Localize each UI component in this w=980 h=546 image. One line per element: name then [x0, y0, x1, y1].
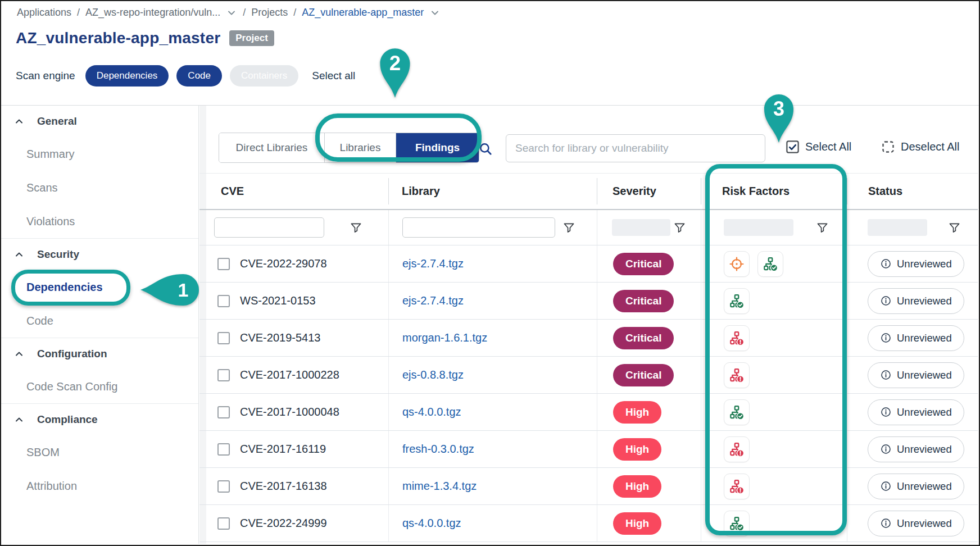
- row-checkbox[interactable]: [217, 480, 230, 493]
- risk-factors-filter-disabled: [724, 219, 793, 236]
- library-link[interactable]: qs-4.0.0.tgz: [402, 517, 461, 530]
- risk-factor-target-icon: [724, 251, 750, 277]
- cve-filter-input[interactable]: [214, 217, 324, 238]
- sidebar-section-configuration: Configuration Code Scan Config: [1, 338, 198, 403]
- status-button[interactable]: Unreviewed: [868, 511, 964, 536]
- callout-2-pin: 2: [375, 44, 415, 99]
- view-toggle: Direct LibrariesLibrariesFindings: [219, 133, 479, 163]
- info-icon: [880, 443, 892, 455]
- sidebar-section-header[interactable]: Compliance: [1, 404, 198, 435]
- risk-factor-dependency-tree-alert-icon: [724, 436, 750, 462]
- row-checkbox[interactable]: [217, 332, 230, 344]
- chevron-down-icon[interactable]: [226, 7, 237, 19]
- risk-factor-dependency-tree-check-icon: [724, 511, 750, 536]
- library-filter-input[interactable]: [402, 217, 555, 238]
- breadcrumb-project-selector[interactable]: AZ_vulnerable-app_master: [302, 7, 424, 19]
- library-filter-funnel-icon[interactable]: [562, 221, 575, 234]
- app-window: Applications / AZ_ws-repo-integration/vu…: [0, 0, 980, 546]
- table-row: WS-2021-0153 ejs-2.7.4.tgz Critical Unre…: [199, 283, 978, 320]
- table-filter-row: [199, 209, 978, 245]
- status-button[interactable]: Unreviewed: [868, 474, 964, 499]
- chevron-down-icon[interactable]: [429, 7, 441, 19]
- sidebar-item-summary[interactable]: Summary: [1, 137, 198, 171]
- library-link[interactable]: qs-4.0.0.tgz: [402, 406, 461, 418]
- column-header-cve[interactable]: CVE: [199, 174, 388, 209]
- risk-factor-dependency-tree-check-icon: [757, 251, 783, 277]
- table-body: CVE-2022-29078 ejs-2.7.4.tgz Critical Un…: [199, 245, 978, 544]
- sidebar-item-scans[interactable]: Scans: [1, 171, 198, 204]
- severity-badge: High: [613, 475, 661, 498]
- info-icon: [880, 369, 892, 381]
- library-link[interactable]: ejs-0.8.8.tgz: [402, 368, 464, 381]
- library-link[interactable]: fresh-0.3.0.tgz: [402, 443, 474, 456]
- tab-direct-libraries[interactable]: Direct Libraries: [219, 133, 324, 162]
- status-button[interactable]: Unreviewed: [868, 399, 964, 425]
- breadcrumb-projects[interactable]: Projects: [251, 7, 288, 19]
- cve-id: CVE-2022-29078: [240, 257, 327, 270]
- sidebar-section-header[interactable]: General: [1, 106, 198, 137]
- table-row: CVE-2019-5413 morgan-1.6.1.tgz Critical …: [199, 320, 978, 357]
- sidebar-item-violations[interactable]: Violations: [1, 204, 198, 238]
- risk-factor-dependency-tree-check-icon: [724, 399, 750, 425]
- breadcrumb-applications[interactable]: Applications: [17, 7, 71, 19]
- breadcrumb-separator: /: [243, 7, 246, 19]
- status-filter-disabled: [868, 219, 927, 236]
- severity-filter-funnel-icon[interactable]: [673, 221, 686, 234]
- column-header-status[interactable]: Status: [847, 174, 978, 209]
- table-header: CVE Library Severity Risk Factors Status: [199, 173, 978, 209]
- sidebar-section-header[interactable]: Security: [1, 239, 198, 270]
- engines-select-all-link[interactable]: Select all: [312, 70, 355, 82]
- sidebar-section-general: General SummaryScansViolations: [1, 106, 198, 238]
- info-icon: [880, 517, 892, 529]
- status-button[interactable]: Unreviewed: [868, 251, 964, 277]
- select-all-button[interactable]: Select All: [785, 139, 851, 154]
- engine-dependencies-pill[interactable]: Dependencies: [85, 65, 169, 87]
- status-button[interactable]: Unreviewed: [868, 325, 964, 351]
- row-checkbox[interactable]: [217, 443, 230, 456]
- row-checkbox[interactable]: [217, 369, 230, 381]
- sidebar-item-dependencies[interactable]: Dependencies: [1, 270, 198, 304]
- cve-filter-funnel-icon[interactable]: [350, 221, 362, 234]
- search-input[interactable]: [506, 134, 765, 162]
- chevron-up-icon: [13, 249, 25, 260]
- cve-id: CVE-2017-16119: [240, 443, 326, 456]
- sidebar-section-header[interactable]: Configuration: [1, 338, 198, 370]
- column-header-severity[interactable]: Severity: [597, 174, 701, 209]
- cve-id: CVE-2017-1000228: [240, 368, 339, 381]
- tab-findings[interactable]: Findings: [396, 133, 479, 162]
- status-button[interactable]: Unreviewed: [868, 362, 964, 388]
- column-header-risk-factors[interactable]: Risk Factors: [701, 174, 847, 209]
- sidebar-item-code-scan-config[interactable]: Code Scan Config: [1, 370, 198, 403]
- cve-id: CVE-2017-16138: [240, 480, 327, 493]
- library-link[interactable]: mime-1.3.4.tgz: [402, 480, 477, 493]
- sidebar-section-compliance: Compliance SBOMAttribution: [1, 403, 198, 503]
- main-content: Direct LibrariesLibrariesFindings Select…: [199, 106, 978, 544]
- sidebar-item-code[interactable]: Code: [1, 304, 198, 338]
- column-header-library[interactable]: Library: [388, 174, 597, 209]
- status-filter-funnel-icon[interactable]: [948, 221, 961, 234]
- row-checkbox[interactable]: [217, 295, 230, 307]
- status-button[interactable]: Unreviewed: [868, 288, 964, 314]
- risk-factor-dependency-tree-alert-icon: [724, 474, 750, 499]
- sidebar-item-attribution[interactable]: Attribution: [1, 469, 198, 503]
- severity-filter-disabled: [612, 219, 670, 236]
- row-checkbox[interactable]: [217, 258, 230, 270]
- library-link[interactable]: ejs-2.7.4.tgz: [402, 294, 464, 307]
- status-button[interactable]: Unreviewed: [868, 436, 964, 462]
- library-link[interactable]: ejs-2.7.4.tgz: [402, 257, 464, 270]
- cve-id: CVE-2017-1000048: [240, 406, 339, 418]
- library-link[interactable]: morgan-1.6.1.tgz: [402, 331, 487, 344]
- risk-factors-filter-funnel-icon[interactable]: [816, 221, 829, 234]
- engine-code-pill[interactable]: Code: [176, 65, 222, 87]
- row-checkbox[interactable]: [217, 517, 230, 530]
- sidebar-item-sbom[interactable]: SBOM: [1, 435, 198, 469]
- deselect-all-button[interactable]: Deselect All: [881, 139, 960, 154]
- callout-3-pin: 3: [760, 90, 798, 144]
- dashed-square-icon: [881, 139, 896, 154]
- breadcrumb-application-selector[interactable]: AZ_ws-repo-integration/vuln...: [85, 7, 220, 19]
- risk-factor-dependency-tree-alert-icon: [724, 362, 750, 388]
- tab-libraries[interactable]: Libraries: [324, 133, 396, 162]
- row-checkbox[interactable]: [217, 406, 230, 418]
- severity-badge: Critical: [613, 364, 674, 386]
- engine-containers-pill: Containers: [230, 65, 298, 87]
